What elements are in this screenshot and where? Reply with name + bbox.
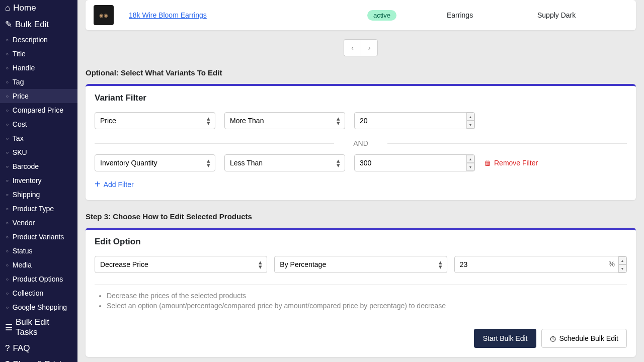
bullet-icon: ○ xyxy=(6,164,9,169)
product-thumbnail: ◉◉ xyxy=(94,5,114,25)
product-type: Earrings xyxy=(447,11,537,19)
clock-icon: ◷ xyxy=(550,334,556,342)
remove-filter-button[interactable]: 🗑 Remove Filter xyxy=(484,159,538,167)
filter-op-1[interactable]: More Than xyxy=(224,112,345,129)
step-down[interactable]: ▼ xyxy=(466,163,474,171)
sidebar-item-vendor[interactable]: ○ Vendor xyxy=(0,216,77,230)
edit-icon: ✎ xyxy=(5,19,12,30)
bullet-icon: ○ xyxy=(6,263,9,267)
bullet-icon: ○ xyxy=(6,221,9,225)
bullet-icon: ○ xyxy=(6,108,9,113)
bullet-icon: ○ xyxy=(6,122,9,127)
sidebar-item-tax[interactable]: ○ Tax xyxy=(0,131,77,145)
prev-page-button[interactable]: ‹ xyxy=(344,39,361,56)
sidebar-item-inventory[interactable]: ○ Inventory xyxy=(0,173,77,188)
nav-bulk-edit[interactable]: ✎ Bulk Edit xyxy=(0,16,77,33)
sidebar-item-media[interactable]: ○ Media xyxy=(0,258,77,272)
hint-2: Select an option (amount/percentage/comp… xyxy=(107,302,627,310)
bullet-icon: ○ xyxy=(6,80,9,84)
nav-home-label: Home xyxy=(13,3,36,13)
nav-faq[interactable]: ? FAQ xyxy=(0,340,77,356)
bullet-icon: ○ xyxy=(6,52,9,56)
bullet-icon: ○ xyxy=(6,291,9,296)
and-divider: AND xyxy=(95,139,627,147)
product-vendor: Supply Dark xyxy=(537,11,628,19)
sidebar-item-shipping[interactable]: ○ Shipping xyxy=(0,188,77,202)
bullet-icon: ○ xyxy=(6,277,9,282)
status-badge: active xyxy=(367,10,396,21)
question-icon: ? xyxy=(5,343,10,353)
edit-hints: Decrease the prices of the selected prod… xyxy=(95,292,627,310)
add-filter-label: Add Filter xyxy=(104,180,134,189)
variant-filter-title: Variant Filter xyxy=(86,86,636,104)
edit-section-label: Step 3: Choose How to Edit Selected Prod… xyxy=(86,212,636,221)
trash-icon: 🗑 xyxy=(484,159,491,167)
edit-value-input[interactable] xyxy=(454,256,627,273)
product-name-link[interactable]: 18k Wire Bloom Earrings xyxy=(129,11,367,19)
sidebar: ⌂ Home ✎ Bulk Edit ○ Description○ Title○… xyxy=(0,0,77,362)
edit-mode-select[interactable]: By Percentage xyxy=(274,256,447,273)
filter-op-2[interactable]: Less Than xyxy=(224,154,345,171)
bullet-icon: ○ xyxy=(6,178,9,183)
step-up[interactable]: ▲ xyxy=(618,256,626,264)
sidebar-item-product-type[interactable]: ○ Product Type xyxy=(0,202,77,216)
next-page-button[interactable]: › xyxy=(361,39,378,56)
add-filter-button[interactable]: + Add Filter xyxy=(95,178,627,190)
plus-icon: + xyxy=(95,178,101,190)
main-content: ◉◉ 18k Wire Bloom Earrings active Earrin… xyxy=(77,0,644,362)
hint-1: Decrease the prices of the selected prod… xyxy=(107,292,627,300)
filter-field-2[interactable]: Inventory Quantity xyxy=(95,154,215,171)
nav-tasks-label: Bulk Edit Tasks xyxy=(16,317,72,337)
sidebar-item-cost[interactable]: ○ Cost xyxy=(0,117,77,131)
step-down[interactable]: ▼ xyxy=(618,264,626,273)
sidebar-item-tag[interactable]: ○ Tag xyxy=(0,75,77,89)
bullet-icon: ○ xyxy=(6,305,9,310)
bullet-icon: ○ xyxy=(6,193,9,197)
remove-filter-label: Remove Filter xyxy=(494,159,538,167)
filter-value-2[interactable] xyxy=(354,154,475,171)
nav-home[interactable]: ⌂ Home xyxy=(0,0,77,16)
filter-field-1[interactable]: Price xyxy=(95,112,215,129)
step-up[interactable]: ▲ xyxy=(466,113,474,121)
schedule-label: Schedule Bulk Edit xyxy=(559,334,618,342)
variant-filter-card: Variant Filter Price ▴▾ More Than ▴▾ ▲▼ … xyxy=(86,84,636,200)
step-up[interactable]: ▲ xyxy=(466,155,474,163)
step-down[interactable]: ▼ xyxy=(466,121,474,129)
bullet-icon: ○ xyxy=(6,38,9,42)
edit-action-select[interactable]: Decrease Price xyxy=(95,256,267,273)
sidebar-item-product-variants[interactable]: ○ Product Variants xyxy=(0,230,77,244)
edit-option-title: Edit Option xyxy=(86,230,636,248)
home-icon: ⌂ xyxy=(5,3,10,13)
sidebar-item-collection[interactable]: ○ Collection xyxy=(0,286,77,300)
nav-bulk-edit-label: Bulk Edit xyxy=(15,20,49,30)
bullet-icon: ○ xyxy=(6,94,9,99)
filter-row-2: Inventory Quantity ▴▾ Less Than ▴▾ ▲▼ 🗑 … xyxy=(95,154,627,171)
tasks-icon: ☰ xyxy=(5,322,13,333)
product-row: ◉◉ 18k Wire Bloom Earrings active Earrin… xyxy=(86,0,636,30)
filter-value-1[interactable] xyxy=(354,112,475,129)
nav-faq-label: FAQ xyxy=(13,343,30,353)
filter-row-1: Price ▴▾ More Than ▴▾ ▲▼ xyxy=(95,112,627,129)
pagination: ‹ › xyxy=(86,39,636,56)
bullet-icon: ○ xyxy=(6,249,9,253)
sidebar-item-description[interactable]: ○ Description xyxy=(0,33,77,47)
bullet-icon: ○ xyxy=(6,207,9,211)
sidebar-item-handle[interactable]: ○ Handle xyxy=(0,61,77,75)
sidebar-item-status[interactable]: ○ Status xyxy=(0,244,77,258)
sidebar-item-barcode[interactable]: ○ Barcode xyxy=(0,159,77,173)
edit-option-card: Edit Option Decrease Price ▴▾ By Percent… xyxy=(86,228,636,357)
variant-section-label: Optional: Select What Variants To Edit xyxy=(86,68,636,77)
schedule-bulk-edit-button[interactable]: ◷ Schedule Bulk Edit xyxy=(541,329,627,348)
sidebar-item-sku[interactable]: ○ SKU xyxy=(0,145,77,159)
bullet-icon: ○ xyxy=(6,150,9,155)
sidebar-item-price[interactable]: ○ Price xyxy=(0,89,77,103)
nav-bulk-edit-tasks[interactable]: ☰ Bulk Edit Tasks xyxy=(0,314,77,340)
sidebar-item-compared-price[interactable]: ○ Compared Price xyxy=(0,103,77,117)
bullet-icon: ○ xyxy=(6,136,9,141)
nav-plans[interactable]: $ Plans & Pricing xyxy=(0,356,77,362)
start-bulk-edit-button[interactable]: Start Bulk Edit xyxy=(474,329,537,348)
sidebar-item-google-shopping[interactable]: ○ Google Shopping xyxy=(0,300,77,314)
sidebar-item-product-options[interactable]: ○ Product Options xyxy=(0,272,77,286)
bullet-icon: ○ xyxy=(6,235,9,239)
sidebar-item-title[interactable]: ○ Title xyxy=(0,47,77,61)
